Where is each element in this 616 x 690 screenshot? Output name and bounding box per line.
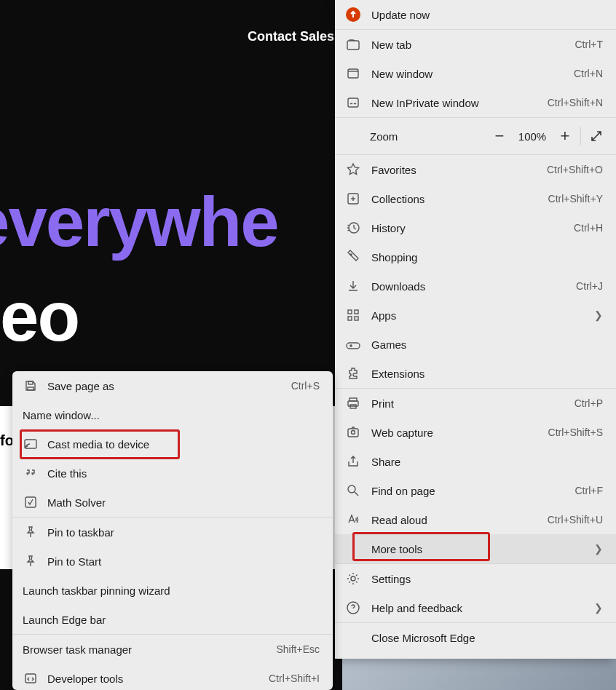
app-root: Contact Sales everywhe eo fo Update now … — [0, 0, 616, 690]
devtools-icon — [23, 670, 39, 686]
submenu-pin-st-label: Pin to Start — [47, 555, 320, 568]
submenu-pin-taskbar[interactable]: Pin to taskbar — [12, 518, 333, 547]
svg-rect-13 — [348, 401, 358, 406]
submenu-dev-label: Developer tools — [47, 673, 263, 685]
menu-history[interactable]: History Ctrl+H — [335, 213, 616, 242]
submenu-tm-label: Browser task manager — [23, 643, 270, 656]
shortcut: Ctrl+Shift+I — [269, 673, 320, 684]
menu-history-label: History — [371, 222, 568, 234]
shortcut: Ctrl+P — [574, 397, 603, 409]
shortcut: Ctrl+Shift+S — [548, 427, 603, 438]
menu-update-label: Update now — [371, 9, 603, 21]
menu-shopping[interactable]: Shopping — [335, 242, 616, 271]
svg-rect-0 — [347, 41, 359, 49]
zoom-divider — [580, 127, 581, 146]
shortcut: Shift+Esc — [276, 643, 320, 655]
submenu-cite-this[interactable]: Cite this — [12, 459, 333, 488]
save-icon — [23, 378, 39, 394]
shortcut: Ctrl+H — [574, 222, 603, 234]
contact-sales-link[interactable]: Contact Sales — [248, 29, 334, 44]
menu-downloads-label: Downloads — [371, 280, 570, 293]
menu-new-inprivate-label: New InPrivate window — [371, 97, 542, 109]
submenu-namewin-label: Name window... — [23, 409, 320, 421]
zoom-in-button[interactable]: + — [553, 124, 577, 148]
submenu-launch-edge-bar[interactable]: Launch Edge bar — [12, 605, 333, 634]
pin-icon — [23, 553, 39, 569]
svg-rect-11 — [355, 317, 358, 320]
favorites-icon — [345, 162, 361, 178]
submenu-launch-taskbar-wizard[interactable]: Launch taskbar pinning wizard — [12, 576, 333, 605]
svg-rect-9 — [355, 310, 358, 314]
menu-new-window[interactable]: New window Ctrl+N — [335, 59, 616, 88]
submenu-name-window[interactable]: Name window... — [12, 400, 333, 429]
menu-help-feedback[interactable]: Help and feedback ❯ — [335, 593, 616, 622]
menu-print-label: Print — [371, 397, 569, 410]
menu-favorites[interactable]: Favorites Ctrl+Shift+O — [335, 155, 616, 184]
menu-read-aloud[interactable]: Read aloud Ctrl+Shift+U — [335, 505, 616, 534]
menu-more-tools[interactable]: More tools ❯ — [335, 534, 616, 563]
menu-settings[interactable]: Settings — [335, 564, 616, 593]
menu-collections[interactable]: Collections Ctrl+Shift+Y — [335, 184, 616, 213]
apps-icon — [345, 307, 361, 323]
hero-word-2: eo — [0, 277, 79, 357]
extensions-icon — [345, 365, 361, 381]
menu-new-inprivate[interactable]: New InPrivate window Ctrl+Shift+N — [335, 88, 616, 117]
web-capture-icon — [345, 424, 361, 440]
chevron-right-icon: ❯ — [594, 602, 603, 614]
pin-icon — [23, 524, 39, 540]
zoom-out-button[interactable]: − — [487, 124, 512, 148]
update-icon — [345, 7, 361, 23]
menu-readaloud-label: Read aloud — [371, 514, 542, 526]
menu-help-label: Help and feedback — [371, 602, 588, 614]
submenu-saveas-label: Save page as — [47, 380, 285, 392]
read-aloud-icon — [345, 512, 361, 528]
menu-print[interactable]: Print Ctrl+P — [335, 389, 616, 418]
svg-rect-15 — [348, 429, 358, 437]
shortcut: Ctrl+J — [576, 280, 603, 292]
menu-share[interactable]: Share — [335, 447, 616, 476]
menu-downloads[interactable]: Downloads Ctrl+J — [335, 271, 616, 301]
chevron-right-icon: ❯ — [594, 309, 603, 321]
submenu-cast-media[interactable]: Cast media to device — [12, 429, 333, 459]
menu-find-label: Find on page — [371, 485, 569, 497]
menu-apps[interactable]: Apps ❯ — [335, 301, 616, 330]
collections-icon — [345, 191, 361, 207]
menu-extensions-label: Extensions — [371, 368, 603, 380]
submenu-developer-tools[interactable]: Developer tools Ctrl+Shift+I — [12, 664, 333, 690]
menu-collections-label: Collections — [371, 193, 542, 205]
menu-games[interactable]: Games — [335, 330, 616, 359]
menu-shopping-label: Shopping — [371, 251, 603, 263]
shortcut: Ctrl+S — [291, 380, 320, 392]
share-icon — [345, 453, 361, 469]
menu-games-label: Games — [371, 338, 603, 351]
submenu-cite-label: Cite this — [47, 467, 320, 480]
shortcut: Ctrl+Shift+N — [548, 97, 603, 108]
cite-icon — [23, 465, 39, 481]
menu-update-now[interactable]: Update now — [335, 0, 616, 29]
history-icon — [345, 220, 361, 236]
submenu-pin-start[interactable]: Pin to Start — [12, 547, 333, 576]
menu-new-tab[interactable]: New tab Ctrl+T — [335, 30, 616, 59]
svg-rect-23 — [25, 440, 36, 448]
submenu-cast-label: Cast media to device — [47, 438, 320, 451]
submenu-math-label: Math Solver — [47, 496, 320, 509]
svg-line-18 — [355, 492, 358, 496]
menu-web-capture[interactable]: Web capture Ctrl+Shift+S — [335, 418, 616, 447]
submenu-task-manager[interactable]: Browser task manager Shift+Esc — [12, 635, 333, 664]
browser-main-menu: Update now New tab Ctrl+T New window Ctr… — [335, 0, 616, 659]
fullscreen-button[interactable] — [584, 124, 609, 148]
submenu-math-solver[interactable]: Math Solver — [12, 488, 333, 517]
menu-close-edge[interactable]: Close Microsoft Edge — [335, 623, 616, 652]
menu-share-label: Share — [371, 456, 603, 468]
menu-find-on-page[interactable]: Find on page Ctrl+F — [335, 476, 616, 505]
zoom-label: Zoom — [370, 130, 487, 143]
menu-settings-label: Settings — [371, 573, 603, 585]
submenu-save-page-as[interactable]: Save page as Ctrl+S — [12, 371, 333, 400]
help-icon — [345, 600, 361, 616]
settings-icon — [345, 571, 361, 587]
svg-rect-25 — [25, 674, 36, 683]
games-icon — [345, 336, 361, 352]
shortcut: Ctrl+T — [575, 39, 604, 50]
new-tab-icon — [345, 36, 361, 52]
menu-extensions[interactable]: Extensions — [335, 359, 616, 388]
